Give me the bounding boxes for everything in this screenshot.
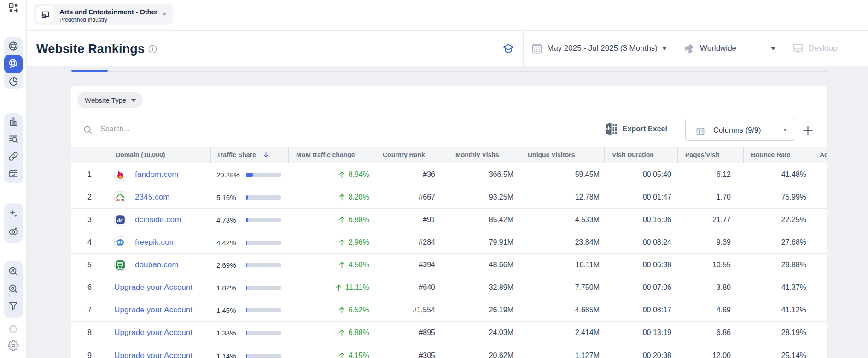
svg-text:dc: dc: [117, 217, 123, 223]
svg-text:2345: 2345: [116, 198, 124, 202]
